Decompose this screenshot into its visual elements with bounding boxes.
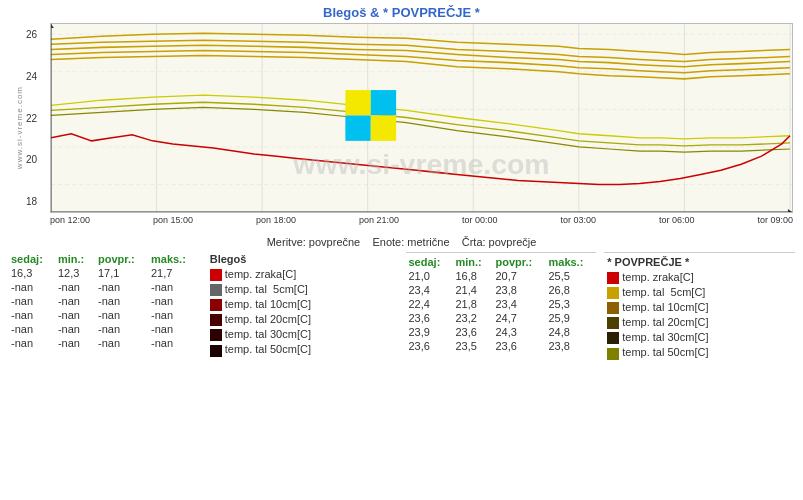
color-box-darkred — [210, 299, 222, 311]
chart-frame: www.si-vreme.com — [50, 23, 793, 213]
data-tables: sedaj: min.: povpr.: maks.: 16,3 12,3 17… — [0, 250, 803, 363]
table-row: -nan -nan -nan -nan — [8, 336, 199, 350]
legend-row: temp. tal 30cm[C] — [604, 330, 795, 345]
chart-area: www.si-vreme.com 26 24 22 20 18 — [10, 23, 793, 233]
table-row: -nan -nan -nan -nan — [8, 308, 199, 322]
chart-title: Blegoš & * POVPREČJE * — [0, 0, 803, 23]
color-box-olivedark — [607, 348, 619, 360]
chart-svg: www.si-vreme.com — [51, 24, 792, 212]
svg-rect-17 — [371, 115, 396, 140]
povprecje-section-title: * POVPREČJE * — [604, 255, 795, 269]
blegos-values-table: sedaj: min.: povpr.: maks.: 16,3 12,3 17… — [8, 252, 199, 361]
info-bar: Meritve: povprečne Enote: metrične Črta:… — [0, 233, 803, 250]
table-row: -nan -nan -nan -nan — [8, 280, 199, 294]
legend-row: temp. zraka[C] — [604, 270, 795, 285]
col-header-min2: min.: — [452, 255, 492, 269]
table-row: 23,6 23,5 23,6 23,8 — [406, 339, 597, 353]
col-header-sedaj: sedaj: — [8, 252, 55, 266]
col-header-min: min.: — [55, 252, 95, 266]
svg-rect-16 — [345, 115, 370, 140]
svg-text:www.si-vreme.com: www.si-vreme.com — [292, 148, 549, 180]
col-header-povpr: povpr.: — [95, 252, 148, 266]
color-box-verydarkred — [210, 314, 222, 326]
svg-rect-14 — [345, 90, 370, 115]
color-box-yellow — [607, 287, 619, 299]
page-wrapper: Blegoš & * POVPREČJE * www.si-vreme.com … — [0, 0, 803, 500]
povprecje-values-table: sedaj: min.: povpr.: maks.: 21,0 16,8 20… — [406, 252, 597, 361]
legend-row: temp. zraka[C] — [207, 267, 398, 282]
color-box-gray — [210, 284, 222, 296]
legend-row: temp. tal 50cm[C] — [604, 345, 795, 360]
legend-row: temp. tal 20cm[C] — [604, 315, 795, 330]
si-vreme-side-label: www.si-vreme.com — [12, 23, 26, 233]
legend-row: temp. tal 20cm[C] — [207, 312, 398, 327]
color-box-red2 — [607, 272, 619, 284]
meritve-label: Meritve: povprečne Enote: metrične Črta:… — [267, 236, 537, 248]
blegos-legend-table: Blegoš temp. zraka[C] temp. tal 5cm[C] t… — [207, 252, 398, 361]
table-row: 23,6 23,2 24,7 25,9 — [406, 311, 597, 325]
legend-row: temp. tal 50cm[C] — [207, 342, 398, 357]
color-box-olive — [607, 302, 619, 314]
col-header-povpr2: povpr.: — [493, 255, 546, 269]
povprecje-legend-table: * POVPREČJE * temp. zraka[C] temp. tal 5… — [604, 252, 795, 361]
svg-marker-22 — [51, 24, 54, 28]
svg-rect-15 — [371, 90, 396, 115]
color-box-blackest — [210, 345, 222, 357]
table-row: 23,9 23,6 24,3 24,8 — [406, 325, 597, 339]
x-axis-labels: pon 12:00 pon 15:00 pon 18:00 pon 21:00 … — [50, 215, 793, 233]
legend-row: temp. tal 10cm[C] — [604, 300, 795, 315]
col-header-maks: maks.: — [148, 252, 199, 266]
table-row: 22,4 21,8 23,4 25,3 — [406, 297, 597, 311]
color-box-darkolive — [607, 317, 619, 329]
table-row: 21,0 16,8 20,7 25,5 — [406, 269, 597, 283]
table-row: 23,4 21,4 23,8 26,8 — [406, 283, 597, 297]
legend-row: temp. tal 5cm[C] — [207, 282, 398, 297]
color-box-blackolive — [607, 332, 619, 344]
legend-row: temp. tal 5cm[C] — [604, 285, 795, 300]
table-row: 16,3 12,3 17,1 21,7 — [8, 266, 199, 280]
blegos-section-title: Blegoš — [207, 252, 398, 266]
col-header-maks2: maks.: — [545, 255, 596, 269]
color-box-red — [210, 269, 222, 281]
table-row: -nan -nan -nan -nan — [8, 294, 199, 308]
color-box-blackred — [210, 329, 222, 341]
col-header-sedaj2: sedaj: — [406, 255, 453, 269]
legend-row: temp. tal 30cm[C] — [207, 327, 398, 342]
table-row: -nan -nan -nan -nan — [8, 322, 199, 336]
legend-row: temp. tal 10cm[C] — [207, 297, 398, 312]
y-axis-labels: 26 24 22 20 18 — [26, 23, 50, 213]
